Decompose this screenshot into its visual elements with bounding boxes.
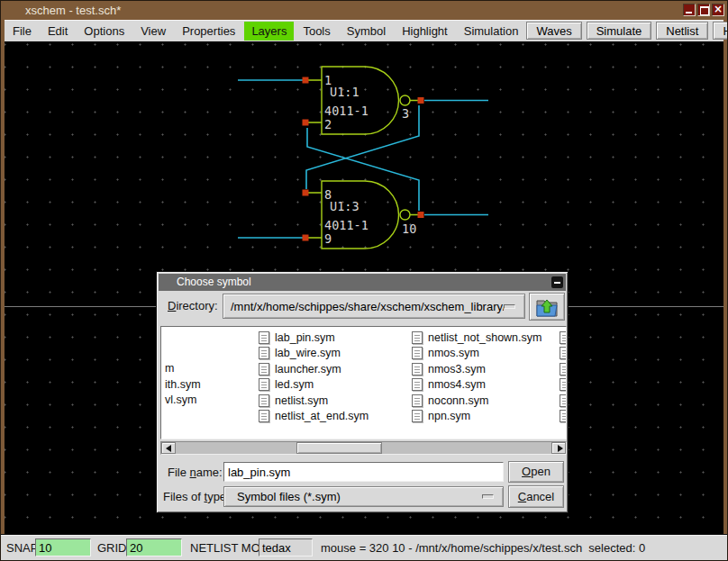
gate1-part-label[interactable]: 4011-1 [324,104,369,118]
gate1-pin-out-label[interactable]: 3 [402,106,409,121]
open-button[interactable]: Open [508,461,564,483]
nand-gate-1-bubble[interactable] [400,95,410,105]
file-item[interactable]: led.sym [259,377,369,394]
file-name-label: File name: [168,466,223,479]
menu-options[interactable]: Options [77,22,132,41]
maximize-icon[interactable] [697,4,710,16]
statusbar: SNAP: GRID: NETLIST MODE: mouse = 320 10… [1,534,727,560]
snap-input[interactable] [35,538,91,556]
folder-up-icon [535,296,559,318]
file-icon [412,347,423,359]
xschem-window: xschem - test.sch* File Edit Options Vie… [0,0,728,561]
nand-gate-2-bubble[interactable] [400,210,410,220]
waves-button[interactable]: Waves [526,22,581,40]
files-of-type-label: Files of type: [163,490,230,503]
file-item[interactable]: noconn.sym [412,393,541,409]
dialog-minimize-icon[interactable] [551,276,563,288]
file-icon [560,394,567,407]
files-of-type-value: Symbol files (*.sym) [224,490,482,503]
file-item[interactable]: netlist_at_end.sym [259,409,369,425]
netlist-mode-input[interactable] [259,538,313,556]
nand-gate-1-body[interactable] [322,67,399,134]
file-item[interactable]: nmos4.sym [412,377,541,394]
help-button[interactable]: Help [713,22,728,40]
file-icon [560,347,567,359]
directory-label: Directory: [168,299,218,312]
file-icon [259,347,269,359]
file-item-clipped[interactable] [560,346,567,362]
cancel-button[interactable]: Cancel [508,485,564,508]
menu-highlight[interactable]: Highlight [395,22,455,41]
minimize-icon[interactable] [683,4,696,16]
menu-edit[interactable]: Edit [41,22,75,41]
menu-tools[interactable]: Tools [296,22,337,41]
file-item-truncated[interactable]: m [165,361,174,377]
file-icon [560,410,567,422]
gate1-pin-b-label[interactable]: 2 [324,117,332,131]
file-icon [412,331,423,344]
menu-view[interactable]: View [133,22,173,41]
up-directory-button[interactable] [529,293,565,321]
file-icon [259,331,269,344]
file-icon [259,363,269,376]
netlist-button[interactable]: Netlist [656,22,708,40]
window-titlebar[interactable]: xschem - test.sch* [1,1,727,20]
file-icon [560,363,567,376]
file-listbox[interactable]: m ith.sym vl.sym lab_pin.sym lab_wire.sy… [160,326,567,439]
file-item[interactable]: netlist.sym [259,393,369,409]
file-item[interactable]: nmos.sym [412,346,541,362]
file-item-truncated[interactable]: ith.sym [165,377,201,394]
menu-symbol[interactable]: Symbol [340,22,393,41]
file-item-clipped[interactable] [560,361,567,377]
gate1-refdes-label[interactable]: U1:1 [330,85,359,99]
file-item[interactable]: nmos3.sym [412,361,541,377]
file-item[interactable]: netlist_not_shown.sym [412,330,541,346]
file-icon [412,363,423,376]
nand-gate-2-body[interactable] [322,181,399,249]
directory-combobox[interactable]: /mnt/x/home/schippes/share/xschem/xschem… [223,294,525,319]
choose-symbol-dialog: Choose symbol Directory: /mnt/x/home/sch… [156,271,569,513]
grid-input[interactable] [126,538,182,556]
dialog-title: Choose symbol [177,276,251,288]
file-icon [412,410,423,422]
gate2-pin-b-label[interactable]: 9 [324,231,332,246]
file-icon [560,378,567,391]
simulate-button[interactable]: Simulate [587,22,652,40]
file-item-clipped[interactable] [560,377,567,394]
scroll-left-icon[interactable] [161,442,176,454]
menu-file[interactable]: File [5,22,39,41]
dialog-titlebar[interactable]: Choose symbol [159,274,566,291]
mouse-status-text: mouse = 320 10 - /mnt/x/home/schippes/x/… [321,541,645,555]
file-item-clipped[interactable] [560,330,567,346]
file-icon [259,378,269,391]
files-of-type-combobox[interactable]: Symbol files (*.sym) [223,486,504,507]
combo-indicator-icon [482,494,494,499]
menu-simulation[interactable]: Simulation [457,22,526,41]
file-item[interactable]: npn.sym [412,409,541,425]
gate2-part-label[interactable]: 4011-1 [324,218,369,232]
menu-layers[interactable]: Layers [244,22,294,41]
grid-label: GRID: [97,541,130,555]
scrollbar-thumb[interactable] [296,442,382,454]
file-item[interactable]: lab_wire.sym [259,346,369,362]
file-item-clipped[interactable] [560,393,567,409]
gate2-pin-out-label[interactable]: 10 [402,222,416,236]
file-icon [412,378,423,391]
menubar: File Edit Options View Properties Layers… [5,20,723,41]
window-title: xschem - test.sch* [25,4,121,17]
gate2-refdes-label[interactable]: U1:3 [330,199,359,213]
horizontal-scrollbar[interactable] [160,441,567,455]
directory-value: /mnt/x/home/schippes/share/xschem/xschem… [223,300,504,313]
file-icon [560,331,567,344]
scroll-right-icon[interactable] [551,442,566,454]
combo-indicator-icon [504,304,515,309]
file-name-input[interactable] [223,462,504,482]
file-item[interactable]: lab_pin.sym [259,330,369,346]
file-icon [259,410,269,422]
pin-squares[interactable] [303,77,424,241]
file-item-truncated[interactable]: vl.sym [165,393,196,409]
close-icon[interactable] [712,4,724,16]
menu-properties[interactable]: Properties [175,22,242,41]
file-item[interactable]: launcher.sym [259,361,369,377]
file-item-clipped[interactable] [560,409,567,425]
